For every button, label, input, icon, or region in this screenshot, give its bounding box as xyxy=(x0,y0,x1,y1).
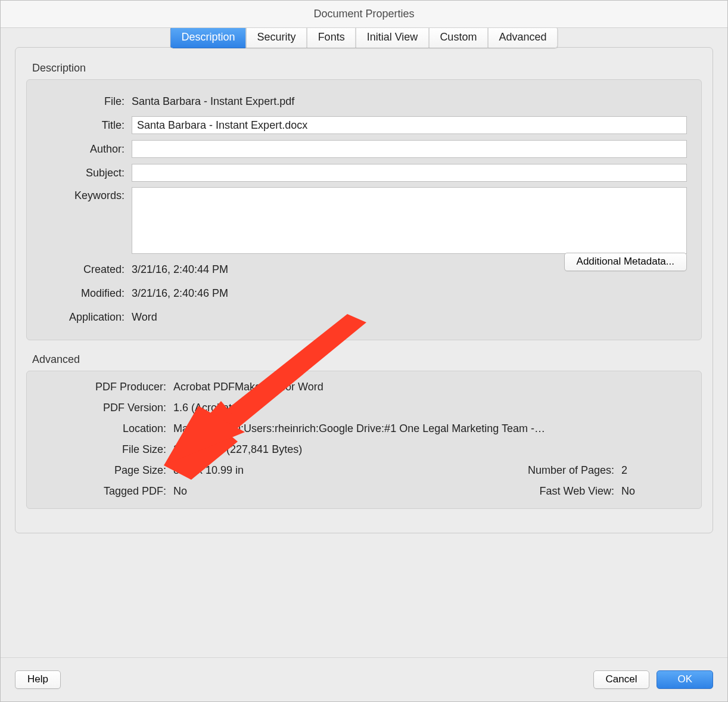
file-value: Santa Barbara - Instant Expert.pdf xyxy=(132,95,687,108)
tagged-pdf-label: Tagged PDF: xyxy=(41,485,166,498)
title-label: Title: xyxy=(41,119,125,132)
content-area: Description Security Fonts Initial View … xyxy=(1,28,727,657)
additional-metadata-button[interactable]: Additional Metadata... xyxy=(564,253,687,271)
created-label: Created: xyxy=(41,263,125,276)
subject-label: Subject: xyxy=(41,167,125,179)
tagged-pdf-value: No xyxy=(173,485,476,498)
tab-bar: Description Security Fonts Initial View … xyxy=(170,28,558,48)
application-value: Word xyxy=(132,311,687,324)
keywords-label: Keywords: xyxy=(41,187,125,202)
titlebar: Document Properties xyxy=(1,1,727,28)
tab-advanced[interactable]: Advanced xyxy=(487,28,558,48)
ok-button[interactable]: OK xyxy=(657,670,713,689)
advanced-group: Advanced PDF Producer: Acrobat PDFMaker … xyxy=(26,353,702,509)
tab-custom[interactable]: Custom xyxy=(428,28,487,48)
num-pages-label: Number of Pages: xyxy=(483,464,614,477)
tab-security[interactable]: Security xyxy=(246,28,307,48)
description-group-title: Description xyxy=(32,62,702,74)
pdf-producer-label: PDF Producer: xyxy=(41,381,166,393)
file-label: File: xyxy=(41,95,125,108)
location-label: Location: xyxy=(41,423,166,435)
modified-label: Modified: xyxy=(41,287,125,300)
advanced-group-body: PDF Producer: Acrobat PDFMaker 15 for Wo… xyxy=(26,371,702,509)
description-group: Description File: Santa Barbara - Instan… xyxy=(26,62,702,340)
fast-web-view-value: No xyxy=(621,485,687,498)
tab-description[interactable]: Description xyxy=(170,28,246,48)
subject-input[interactable] xyxy=(132,164,687,182)
fast-web-view-label: Fast Web View: xyxy=(483,485,614,498)
page-size-value: 8.50 x 10.99 in xyxy=(173,464,476,477)
pdf-version-label: PDF Version: xyxy=(41,402,166,414)
help-button[interactable]: Help xyxy=(15,670,61,689)
modified-value: 3/21/16, 2:40:46 PM xyxy=(132,287,687,300)
application-label: Application: xyxy=(41,311,125,324)
keywords-input[interactable] xyxy=(132,187,687,254)
page-size-label: Page Size: xyxy=(41,464,166,477)
document-properties-window: Document Properties Description Security… xyxy=(0,0,728,702)
author-label: Author: xyxy=(41,143,125,156)
tab-fonts[interactable]: Fonts xyxy=(307,28,356,48)
title-input[interactable] xyxy=(132,116,687,134)
window-title: Document Properties xyxy=(313,8,414,20)
file-size-value: 222.50 KB (227,841 Bytes) xyxy=(173,443,687,456)
advanced-group-title: Advanced xyxy=(32,353,702,366)
description-group-body: File: Santa Barbara - Instant Expert.pdf… xyxy=(26,79,702,340)
properties-panel: Description File: Santa Barbara - Instan… xyxy=(15,47,713,533)
file-size-label: File Size: xyxy=(41,443,166,456)
cancel-button[interactable]: Cancel xyxy=(593,670,650,689)
tab-initial-view[interactable]: Initial View xyxy=(356,28,429,48)
pdf-producer-value: Acrobat PDFMaker 15 for Word xyxy=(173,381,687,393)
location-value: Macintosh HD:Users:rheinrich:Google Driv… xyxy=(173,423,687,435)
num-pages-value: 2 xyxy=(621,464,687,477)
dialog-footer: Help Cancel OK xyxy=(1,657,727,701)
author-input[interactable] xyxy=(132,140,687,158)
pdf-version-value: 1.6 (Acrobat 7.x) xyxy=(173,402,687,414)
